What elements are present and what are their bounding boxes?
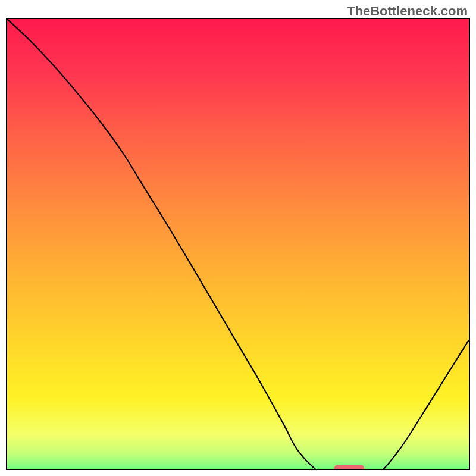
chart-frame <box>6 18 470 470</box>
bottleneck-curve <box>7 19 469 470</box>
watermark-text: TheBottleneck.com <box>347 4 468 19</box>
optimum-marker <box>334 465 364 470</box>
